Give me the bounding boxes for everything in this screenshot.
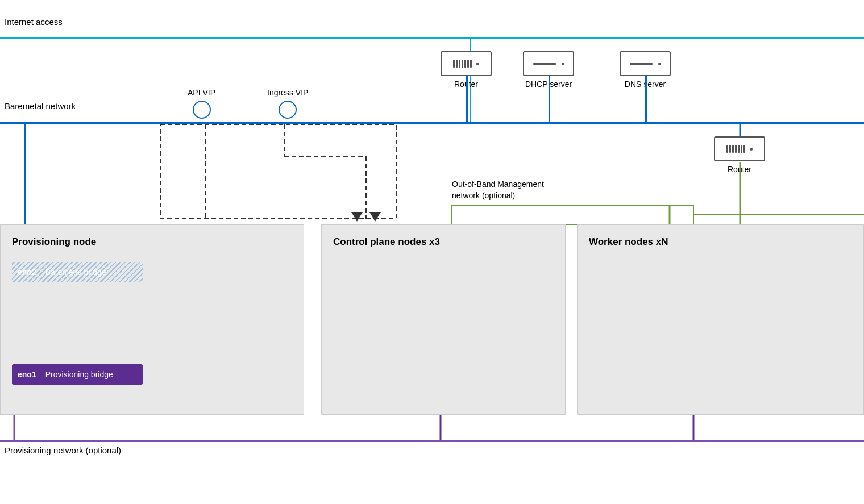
eno2-label: eno2 (18, 268, 36, 277)
provisioning-network-label: Provisioning network (optional) (5, 445, 121, 455)
api-vip-circle (193, 101, 211, 119)
baremetal-network-label: Baremetal network (5, 101, 76, 111)
eno1-label: eno1 (18, 370, 36, 379)
port-1 (453, 60, 455, 68)
router2-box (714, 136, 765, 161)
port-2 (456, 60, 458, 68)
baremetal-line (0, 122, 864, 124)
provisioning-network-line (0, 440, 864, 442)
provisioning-node-title: Provisioning node (12, 236, 96, 248)
api-vip-label: API VIP (188, 88, 215, 97)
r2-port-dot (750, 148, 753, 151)
port-6 (467, 60, 469, 68)
provisioning-bridge-label: Provisioning bridge (45, 370, 113, 379)
worker-node-box: Worker nodes xN (577, 224, 864, 415)
dhcp-box (523, 51, 574, 76)
router2-device: Router (714, 136, 765, 174)
api-vip-group: API VIP (188, 88, 215, 119)
oob-box (452, 206, 693, 224)
internet-line (0, 37, 864, 39)
oob-management-label: Out-of-Band Management network (optional… (452, 179, 544, 201)
port-4 (462, 60, 463, 68)
control-plane-node-box: Control plane nodes x3 (321, 224, 566, 415)
port-7 (470, 60, 472, 68)
internet-access-label: Internet access (5, 17, 63, 27)
dhcp-box-inner (527, 63, 570, 65)
router2-label: Router (728, 165, 751, 174)
ingress-vip-circle (279, 101, 297, 119)
server-line-1 (533, 63, 556, 65)
port-5 (464, 60, 466, 68)
router-box (441, 51, 492, 76)
worker-nodes-title: Worker nodes xN (589, 236, 668, 248)
r2-port-7 (743, 145, 745, 153)
dns-line-1 (630, 63, 653, 65)
dns-box (620, 51, 671, 76)
provisioning-node-box: Provisioning node eno2 Baremetal bridge … (0, 224, 304, 415)
r2-port-1 (726, 145, 728, 153)
r2-port-5 (738, 145, 740, 153)
router-to-baremetal-line (466, 76, 468, 123)
ingress-vip-label: Ingress VIP (267, 88, 308, 97)
server-dot (562, 63, 564, 65)
router2-box-inner (723, 145, 756, 153)
dashed-rect (160, 124, 396, 218)
arrow-1 (351, 212, 363, 222)
arrow-2 (369, 212, 381, 222)
ingress-vip-group: Ingress VIP (267, 88, 308, 119)
router-box-inner (450, 60, 483, 68)
baremetal-bridge-label: Baremetal bridge (45, 268, 106, 277)
port-dot (476, 63, 479, 65)
eno1-bridge-bar: eno1 Provisioning bridge (12, 364, 143, 385)
dns-dot (658, 63, 661, 65)
eno2-bridge-bar: eno2 Baremetal bridge (12, 262, 143, 282)
control-plane-nodes-title: Control plane nodes x3 (333, 236, 440, 248)
r2-port-3 (732, 145, 734, 153)
r2-port-6 (741, 145, 742, 153)
dns-to-baremetal-line (645, 76, 647, 123)
network-diagram: Internet access Router (0, 0, 864, 504)
port-3 (459, 60, 460, 68)
dhcp-to-baremetal-line (549, 76, 550, 123)
dns-box-inner (624, 63, 667, 65)
r2-port-2 (729, 145, 731, 153)
r2-port-4 (735, 145, 737, 153)
